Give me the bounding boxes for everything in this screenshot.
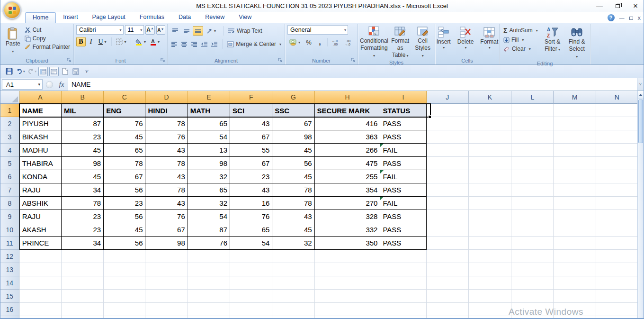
cell-L3[interactable] (511, 130, 554, 144)
cell-H15[interactable] (315, 290, 381, 303)
cell-I10[interactable]: PASS (380, 223, 426, 237)
cell-K4[interactable] (469, 144, 511, 157)
sort-filter-button[interactable]: AZ Sort & Filter (541, 25, 564, 61)
cell-M15[interactable] (554, 290, 596, 303)
insert-cells-button[interactable]: Insert▾ (434, 25, 453, 56)
borders-button[interactable] (115, 37, 128, 46)
row-header-14[interactable]: 14 (0, 276, 19, 290)
cell-I12[interactable] (380, 250, 426, 263)
cell-D12[interactable] (145, 250, 188, 263)
cell-J9[interactable] (427, 210, 469, 223)
conditional-formatting-button[interactable]: ≤ Conditional Formatting (360, 25, 388, 60)
cell-D14[interactable] (145, 276, 188, 290)
cell-F7[interactable]: 43 (230, 183, 272, 197)
close-window-icon[interactable]: × (632, 3, 639, 9)
cell-K7[interactable] (469, 183, 511, 197)
row-header-7[interactable]: 7 (0, 183, 19, 197)
cell-J10[interactable] (427, 223, 469, 237)
font-color-button[interactable]: A (148, 37, 161, 46)
cell-N3[interactable] (596, 130, 638, 144)
cell-C12[interactable] (104, 250, 145, 263)
cell-G15[interactable] (272, 290, 314, 303)
cell-C15[interactable] (104, 290, 145, 303)
cell-F8[interactable]: 16 (230, 197, 272, 210)
cell-C4[interactable]: 65 (104, 144, 145, 157)
cell-F1[interactable]: SCI (230, 104, 272, 117)
cell-A6[interactable]: KONDA (19, 170, 62, 183)
cell-A2[interactable]: PIYUSH (19, 117, 62, 130)
cell-A5[interactable]: THABIRA (19, 157, 62, 170)
cell-F10[interactable]: 65 (230, 223, 272, 237)
close-workbook-icon[interactable]: x (638, 14, 641, 21)
tab-view[interactable]: View (232, 12, 259, 23)
cell-M8[interactable] (554, 197, 596, 210)
cell-D13[interactable] (145, 263, 188, 276)
cell-M1[interactable] (554, 104, 596, 117)
grow-font-button[interactable]: A▲ (145, 25, 154, 35)
cell-G13[interactable] (272, 263, 314, 276)
cell-C13[interactable] (104, 263, 145, 276)
cell-N6[interactable] (596, 170, 638, 183)
cell-J3[interactable] (427, 130, 469, 144)
cell-L12[interactable] (511, 250, 554, 263)
align-right-button[interactable] (190, 39, 199, 49)
cell-B15[interactable] (62, 290, 104, 303)
undo-button[interactable]: ▾ (15, 67, 26, 76)
decrease-indent-button[interactable] (200, 39, 209, 49)
cell-I9[interactable]: PASS (380, 210, 426, 223)
copy-button[interactable]: Copy (23, 35, 72, 42)
fill-color-button[interactable] (134, 37, 147, 46)
cell-B7[interactable]: 34 (62, 183, 104, 197)
cell-L9[interactable] (511, 210, 554, 223)
cell-L13[interactable] (511, 263, 554, 276)
underline-button[interactable]: U (96, 37, 108, 46)
cell-M14[interactable] (554, 276, 596, 290)
cell-A14[interactable] (19, 276, 62, 290)
tab-home[interactable]: Home (25, 12, 56, 23)
cell-C3[interactable]: 45 (104, 130, 145, 144)
insert-function-button[interactable]: fx (55, 78, 68, 91)
cell-J1[interactable] (427, 104, 469, 117)
cell-K12[interactable] (469, 250, 511, 263)
cell-N2[interactable] (596, 117, 638, 130)
cell-D8[interactable]: 43 (145, 197, 188, 210)
bottom-align-button[interactable] (193, 26, 203, 36)
cell-L14[interactable] (511, 276, 554, 290)
row-header-5[interactable]: 5 (0, 157, 19, 170)
cell-I7[interactable]: PASS (380, 183, 426, 197)
cell-M13[interactable] (554, 263, 596, 276)
clipboard-dialog-launcher[interactable] (67, 58, 72, 63)
cell-L4[interactable] (511, 144, 554, 157)
cell-L7[interactable] (511, 183, 554, 197)
cell-J8[interactable] (427, 197, 469, 210)
comma-style-button[interactable]: , (315, 37, 325, 47)
cell-A12[interactable] (19, 250, 62, 263)
cell-N4[interactable] (596, 144, 638, 157)
cell-H8[interactable]: 270 (315, 197, 381, 210)
cell-K13[interactable] (469, 263, 511, 276)
name-box[interactable]: A1 (2, 79, 43, 90)
cell-A16[interactable] (19, 303, 62, 316)
decrease-decimal-button[interactable]: .00→.0 (344, 37, 356, 47)
select-all-corner[interactable] (0, 91, 19, 104)
cell-F5[interactable]: 67 (230, 157, 272, 170)
row-header-12[interactable]: 12 (0, 250, 19, 263)
restore-workbook-icon[interactable] (629, 15, 633, 21)
column-header-K[interactable]: K (469, 91, 511, 104)
cell-H7[interactable]: 354 (315, 183, 381, 197)
row-header-6[interactable]: 6 (0, 170, 19, 183)
cell-D17[interactable] (145, 316, 188, 319)
cell-C11[interactable]: 56 (104, 237, 145, 250)
cell-F14[interactable] (230, 276, 272, 290)
cell-H5[interactable]: 475 (315, 157, 381, 170)
cell-B11[interactable]: 34 (62, 237, 104, 250)
cell-I16[interactable] (380, 303, 426, 316)
cell-H11[interactable]: 350 (315, 237, 381, 250)
cell-B14[interactable] (62, 276, 104, 290)
format-painter-button[interactable]: Format Painter (23, 43, 72, 51)
cell-B10[interactable]: 23 (62, 223, 104, 237)
cell-D15[interactable] (145, 290, 188, 303)
cell-G6[interactable]: 45 (272, 170, 314, 183)
cell-D10[interactable]: 67 (145, 223, 188, 237)
cell-H2[interactable]: 416 (315, 117, 381, 130)
